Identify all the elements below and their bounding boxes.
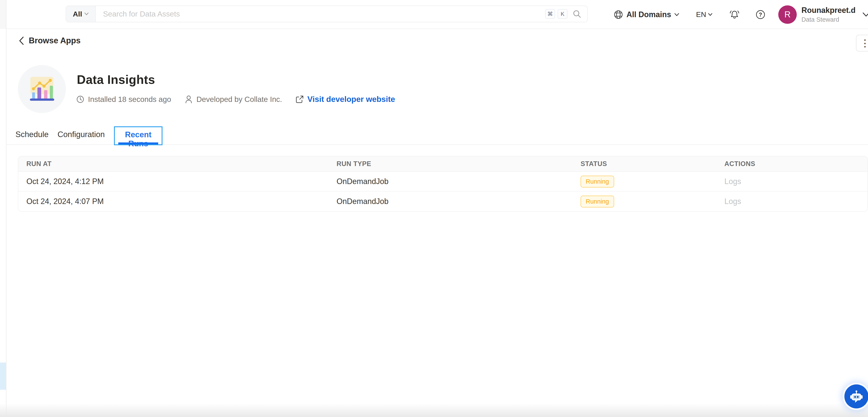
domains-dropdown[interactable]: All Domains (613, 9, 679, 20)
status-badge: Running (581, 196, 614, 207)
back-label: Browse Apps (29, 36, 81, 45)
installed-text: Installed 18 seconds ago (88, 95, 171, 104)
left-rail-highlight (0, 362, 6, 390)
globe-icon (613, 9, 623, 20)
user-name: Rounakpreet.d (802, 6, 856, 14)
search-scope-label: All (73, 10, 82, 18)
tab-configuration[interactable]: Configuration (58, 130, 105, 139)
user-menu-chevron-icon[interactable] (862, 12, 868, 17)
chevron-down-icon (674, 13, 679, 16)
tab-recent-runs[interactable]: Recent Runs (114, 126, 162, 145)
logs-link[interactable]: Logs (724, 197, 741, 206)
run-type-cell: OnDemandJob (337, 177, 581, 186)
status-cell: Running (581, 176, 724, 188)
table-header-row: RUN AT RUN TYPE STATUS ACTIONS (18, 156, 867, 172)
notifications-button[interactable] (729, 9, 740, 20)
run-type-cell: OnDemandJob (337, 197, 581, 206)
top-bar: All ⌘ K All Domains EN ? (6, 0, 868, 29)
column-header-run-type: RUN TYPE (337, 160, 581, 168)
active-tab-inkbar (118, 142, 158, 145)
left-rail-top-segment (0, 0, 6, 29)
chevron-down-icon (84, 12, 89, 15)
k-key-badge: K (558, 9, 567, 19)
actions-cell: Logs (724, 197, 867, 206)
developer-info: Developed by Collate Inc. (184, 95, 282, 104)
developer-website-link[interactable]: Visit developer website (296, 95, 395, 104)
actions-cell: Logs (724, 177, 867, 186)
clock-icon (76, 95, 85, 104)
chat-assistant-button[interactable] (844, 384, 868, 409)
language-dropdown[interactable]: EN (696, 10, 713, 19)
table-row: Oct 24, 2024, 4:12 PM OnDemandJob Runnin… (18, 172, 867, 192)
recent-runs-table: RUN AT RUN TYPE STATUS ACTIONS Oct 24, 2… (18, 156, 868, 212)
run-at-cell: Oct 24, 2024, 4:07 PM (26, 197, 337, 206)
bottom-scroll-fade (0, 403, 868, 417)
tab-schedule[interactable]: Schedule (16, 130, 49, 139)
browse-apps-back-button[interactable]: Browse Apps (19, 36, 81, 45)
logs-link[interactable]: Logs (724, 177, 741, 186)
status-badge: Running (581, 176, 614, 188)
global-search-bar: All ⌘ K (66, 6, 588, 22)
page-title: Data Insights (77, 72, 155, 87)
column-header-actions: ACTIONS (724, 160, 867, 168)
chevron-down-icon (708, 13, 713, 16)
column-header-status: STATUS (581, 160, 724, 168)
column-header-run-at: RUN AT (26, 160, 337, 168)
svg-text:?: ? (759, 11, 762, 18)
robot-icon (849, 389, 864, 404)
search-input[interactable] (96, 6, 545, 22)
top-bar-right-cluster: All Domains EN ? R Rounakpreet.d Data St… (613, 0, 867, 29)
left-rail (0, 0, 6, 417)
data-insights-chart-icon (27, 76, 57, 102)
language-label: EN (696, 10, 706, 19)
installed-info: Installed 18 seconds ago (76, 95, 171, 104)
status-cell: Running (581, 196, 724, 207)
app-meta-row: Installed 18 seconds ago Developed by Co… (76, 95, 395, 104)
search-icon[interactable] (572, 9, 582, 19)
tab-recent-runs-label: Recent Runs (115, 130, 162, 148)
avatar-initial: R (784, 10, 791, 19)
user-role: Data Steward (802, 16, 856, 23)
user-avatar[interactable]: R (778, 5, 797, 24)
bell-icon (729, 9, 740, 20)
external-link-icon (296, 95, 304, 104)
more-actions-button[interactable]: ⋮ (856, 35, 868, 52)
domains-label: All Domains (626, 10, 671, 19)
help-button[interactable]: ? (755, 9, 766, 20)
cmd-key-badge: ⌘ (545, 9, 555, 19)
person-icon (184, 95, 193, 104)
kebab-menu-icon: ⋮ (860, 38, 868, 48)
help-icon: ? (755, 9, 766, 20)
developer-website-label: Visit developer website (307, 95, 395, 104)
chevron-left-icon (19, 36, 24, 45)
developer-text: Developed by Collate Inc. (196, 95, 282, 104)
table-row: Oct 24, 2024, 4:07 PM OnDemandJob Runnin… (18, 192, 867, 211)
app-logo (18, 65, 66, 113)
run-at-cell: Oct 24, 2024, 4:12 PM (26, 177, 337, 186)
user-menu[interactable]: Rounakpreet.d Data Steward (802, 6, 856, 23)
search-scope-select[interactable]: All (66, 6, 96, 22)
